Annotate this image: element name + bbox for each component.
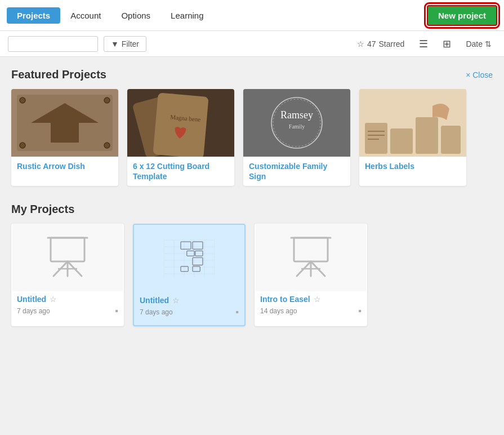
project-menu-3[interactable]: ▪	[358, 306, 362, 316]
project-name-row-3: Intro to Easel ☆	[260, 295, 362, 304]
project-name-row-1: Untitled ☆	[17, 295, 118, 304]
featured-card-1[interactable]: Rustic Arrow Dish	[11, 89, 118, 186]
svg-rect-18	[390, 128, 413, 154]
main-content: Featured Projects × Close Rustic	[0, 57, 504, 435]
featured-label-2: 6 x 12 Cutting Board Template	[127, 157, 234, 186]
project-age-1: 7 days ago	[17, 307, 50, 315]
nav-tab-projects[interactable]: Projects	[7, 7, 60, 24]
svg-rect-20	[441, 126, 461, 154]
date-label: Date	[466, 39, 483, 48]
project-menu-1[interactable]: ▪	[115, 306, 118, 316]
svg-rect-50	[294, 238, 328, 261]
project-age-2: 7 days ago	[140, 308, 173, 316]
grid-view-button[interactable]: ⊞	[438, 35, 456, 52]
svg-rect-30	[164, 240, 215, 277]
star-button-1[interactable]: ☆	[50, 295, 57, 304]
nav-tab-learning[interactable]: Learning	[160, 7, 213, 24]
project-footer-2: Untitled ☆ 7 days ago ▪	[134, 292, 244, 321]
svg-point-4	[20, 143, 25, 148]
filter-icon: ▼	[111, 39, 119, 48]
svg-text:Ramsey: Ramsey	[280, 109, 313, 121]
featured-card-3[interactable]: Ramsey Family Customizable Family Sign	[243, 89, 350, 186]
svg-rect-24	[51, 238, 84, 261]
project-thumb-1	[12, 224, 123, 291]
svg-point-2	[20, 97, 25, 103]
project-meta-2: 7 days ago ▪	[140, 307, 239, 317]
project-footer-3: Intro to Easel ☆ 14 days ago ▪	[255, 291, 367, 319]
project-card-1[interactable]: Untitled ☆ 7 days ago ▪	[11, 224, 124, 326]
project-card-2[interactable]: Untitled ☆ 7 days ago ▪	[133, 224, 246, 326]
starred-button[interactable]: ☆ 47 Starred	[353, 37, 409, 51]
featured-card-4[interactable]: Herbs Labels	[359, 89, 466, 186]
featured-section-header: Featured Projects × Close	[11, 68, 493, 81]
project-thumb-2	[134, 225, 244, 292]
new-project-button[interactable]: New project	[427, 5, 497, 26]
search-input[interactable]	[8, 36, 98, 52]
featured-image-3: Ramsey Family	[243, 89, 350, 157]
featured-grid: Rustic Arrow Dish Magna bene 6 x 12 Cutt…	[11, 89, 493, 186]
star-button-2[interactable]: ☆	[172, 296, 180, 305]
featured-label-4: Herbs Labels	[359, 157, 466, 176]
project-name-2: Untitled	[140, 296, 169, 305]
project-footer-1: Untitled ☆ 7 days ago ▪	[11, 291, 124, 319]
nav-tab-options[interactable]: Options	[111, 7, 160, 24]
featured-card-2[interactable]: Magna bene 6 x 12 Cutting Board Template	[127, 89, 234, 186]
starred-count: 47	[367, 39, 376, 48]
svg-point-5	[104, 143, 110, 148]
close-featured-button[interactable]: × Close	[466, 70, 493, 79]
svg-rect-8	[153, 92, 208, 157]
project-name-3: Intro to Easel	[260, 295, 310, 304]
svg-rect-17	[365, 123, 387, 154]
project-meta-1: 7 days ago ▪	[17, 306, 118, 316]
svg-point-3	[104, 97, 110, 103]
featured-label-1: Rustic Arrow Dish	[11, 157, 118, 176]
featured-image-2: Magna bene	[127, 89, 234, 157]
toolbar: ▼ Filter ☆ 47 Starred ☰ ⊞ Date ⇅	[0, 31, 504, 57]
project-name-1: Untitled	[17, 295, 46, 304]
featured-label-3: Customizable Family Sign	[243, 157, 350, 186]
filter-button[interactable]: ▼ Filter	[104, 36, 146, 52]
project-thumb-3	[256, 224, 366, 291]
svg-text:Family: Family	[289, 123, 305, 130]
svg-rect-19	[416, 117, 438, 154]
list-view-button[interactable]: ☰	[414, 35, 432, 52]
project-age-3: 14 days ago	[260, 307, 297, 315]
date-sort-button[interactable]: Date ⇅	[461, 37, 496, 51]
star-icon: ☆	[357, 39, 364, 48]
star-button-3[interactable]: ☆	[314, 295, 321, 304]
my-projects-grid: Untitled ☆ 7 days ago ▪	[11, 224, 493, 326]
starred-label: Starred	[379, 39, 405, 48]
nav-tab-account[interactable]: Account	[60, 7, 111, 24]
svg-rect-11	[243, 89, 350, 157]
project-menu-2[interactable]: ▪	[235, 307, 239, 317]
project-name-row-2: Untitled ☆	[140, 296, 239, 305]
featured-title: Featured Projects	[11, 68, 106, 81]
featured-image-4	[359, 89, 466, 157]
my-projects-title: My Projects	[11, 203, 493, 216]
filter-label: Filter	[122, 39, 139, 48]
project-meta-3: 14 days ago ▪	[260, 306, 362, 316]
navbar: Projects Account Options Learning New pr…	[0, 0, 504, 31]
sort-icon: ⇅	[485, 39, 492, 48]
project-card-3[interactable]: Intro to Easel ☆ 14 days ago ▪	[255, 224, 367, 326]
featured-image-1	[11, 89, 118, 157]
